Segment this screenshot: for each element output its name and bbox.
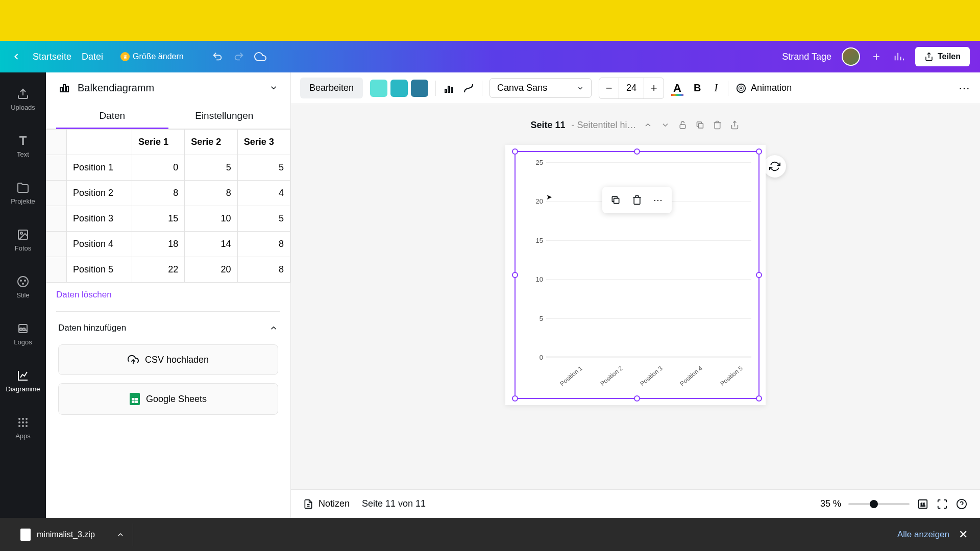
close-downloads-icon[interactable]: ✕ — [959, 528, 968, 541]
cell[interactable]: 14 — [185, 232, 237, 257]
rail-uploads[interactable]: Uploads — [0, 76, 46, 122]
resize-handle[interactable] — [756, 272, 762, 278]
row-label[interactable]: Position 4 — [67, 232, 132, 257]
trash-icon[interactable] — [628, 191, 646, 209]
chart-canvas[interactable]: ⋯ ➤ 0510152025 Position 1Position 2Posit… — [505, 145, 766, 405]
add-data-toggle[interactable]: Daten hinzufügen — [46, 316, 290, 340]
row-label[interactable]: Position 2 — [67, 181, 132, 206]
cell[interactable]: 5 — [237, 155, 290, 181]
home-link[interactable]: Startseite — [33, 52, 71, 62]
more-icon[interactable]: ⋯ — [649, 191, 668, 209]
resize-handle[interactable] — [634, 395, 640, 402]
cell[interactable]: 15 — [132, 206, 184, 232]
col-header[interactable]: Serie 3 — [237, 130, 290, 155]
row-label-header[interactable] — [67, 130, 132, 155]
chart-settings-icon[interactable] — [443, 82, 455, 94]
chart-type-dropdown[interactable]: Balkendiagramm — [46, 72, 290, 103]
add-user-icon[interactable]: + — [870, 51, 883, 63]
tab-settings[interactable]: Einstellungen — [168, 103, 281, 129]
apps-icon — [16, 416, 30, 429]
help-icon[interactable] — [955, 498, 968, 510]
page-title[interactable]: Seite 11 — [530, 120, 565, 131]
y-tick-label: 5 — [540, 314, 543, 322]
delete-page-icon[interactable] — [712, 119, 723, 131]
zoom-slider[interactable] — [848, 503, 910, 505]
project-name[interactable]: Strand Tage — [782, 52, 831, 62]
font-dropdown[interactable]: Canva Sans — [489, 78, 592, 98]
resize-handle[interactable] — [756, 395, 762, 402]
rail-text[interactable]: TText — [0, 122, 46, 169]
file-menu[interactable]: Datei — [82, 52, 103, 62]
animation-button[interactable]: Animation — [736, 83, 792, 94]
duplicate-icon[interactable] — [606, 191, 625, 209]
cell[interactable]: 10 — [185, 206, 237, 232]
resize-button[interactable]: ♛ Größe ändern — [113, 49, 191, 64]
row-label[interactable]: Position 3 — [67, 206, 132, 232]
clear-data-link[interactable]: Daten löschen — [46, 283, 290, 307]
google-sheets-button[interactable]: Google Sheets — [58, 383, 278, 415]
row-label[interactable]: Position 1 — [67, 155, 132, 181]
zoom-percent[interactable]: 35 % — [820, 498, 841, 509]
color-swatch-3[interactable] — [411, 80, 428, 97]
bold-button[interactable]: B — [691, 82, 704, 94]
resize-handle[interactable] — [512, 272, 518, 278]
more-options-button[interactable]: ⋯ — [959, 82, 971, 95]
rail-diagrams[interactable]: Diagramme — [0, 357, 46, 404]
svg-rect-17 — [60, 88, 62, 92]
rail-logos[interactable]: CO.Logos — [0, 310, 46, 357]
csv-upload-button[interactable]: CSV hochladen — [58, 344, 278, 375]
cell[interactable]: 20 — [185, 257, 237, 283]
cell[interactable]: 8 — [237, 257, 290, 283]
user-avatar[interactable] — [842, 47, 860, 66]
show-all-downloads[interactable]: Alle anzeigen — [897, 530, 949, 540]
rail-photos[interactable]: Fotos — [0, 216, 46, 263]
col-header[interactable]: Serie 1 — [132, 130, 184, 155]
undo-icon[interactable] — [211, 51, 224, 63]
rail-apps[interactable]: Apps — [0, 404, 46, 451]
cell[interactable]: 0 — [132, 155, 184, 181]
text-color-button[interactable]: A — [671, 82, 683, 95]
resize-handle[interactable] — [512, 148, 518, 155]
resize-handle[interactable] — [756, 148, 762, 155]
notes-button[interactable]: Notizen — [303, 498, 350, 509]
insights-icon[interactable] — [893, 51, 905, 63]
cell[interactable]: 18 — [132, 232, 184, 257]
resize-handle[interactable] — [512, 395, 518, 402]
page-up-icon[interactable] — [643, 119, 654, 131]
share-button[interactable]: Teilen — [915, 47, 970, 66]
cell[interactable]: 5 — [185, 155, 237, 181]
font-size-input[interactable] — [619, 78, 644, 98]
decrease-size-button[interactable]: − — [599, 78, 619, 98]
download-item[interactable]: minimalist_3.zip — [12, 523, 133, 546]
color-swatch-1[interactable] — [370, 80, 387, 97]
cell[interactable]: 4 — [237, 181, 290, 206]
grid-view-icon[interactable]: 11 — [917, 498, 929, 510]
row-label[interactable]: Position 5 — [67, 257, 132, 283]
rail-projects[interactable]: Projekte — [0, 169, 46, 216]
line-curve-icon[interactable] — [462, 82, 475, 94]
cloud-sync-icon[interactable] — [254, 51, 266, 63]
cell[interactable]: 22 — [132, 257, 184, 283]
cell[interactable]: 5 — [237, 206, 290, 232]
resize-handle[interactable] — [634, 148, 640, 155]
lock-icon[interactable] — [677, 119, 689, 131]
increase-size-button[interactable]: + — [644, 78, 664, 98]
cell[interactable]: 8 — [132, 181, 184, 206]
redo-icon[interactable] — [233, 51, 245, 63]
page-subtitle[interactable]: - Seitentitel hi… — [571, 120, 636, 131]
back-arrow-icon[interactable] — [10, 51, 22, 63]
regenerate-button[interactable] — [764, 155, 786, 178]
rail-styles[interactable]: Stile — [0, 263, 46, 310]
page-down-icon[interactable] — [660, 119, 671, 131]
color-swatch-2[interactable] — [390, 80, 408, 97]
tab-data[interactable]: Daten — [56, 103, 168, 129]
canvas-scroll[interactable]: Seite 11 - Seitentitel hi… — [291, 104, 980, 489]
italic-button[interactable]: I — [711, 82, 721, 94]
cell[interactable]: 8 — [237, 232, 290, 257]
edit-button[interactable]: Bearbeiten — [300, 78, 363, 98]
col-header[interactable]: Serie 2 — [185, 130, 237, 155]
cell[interactable]: 8 — [185, 181, 237, 206]
duplicate-page-icon[interactable] — [695, 119, 706, 131]
fullscreen-icon[interactable] — [936, 498, 948, 510]
export-page-icon[interactable] — [729, 119, 741, 131]
